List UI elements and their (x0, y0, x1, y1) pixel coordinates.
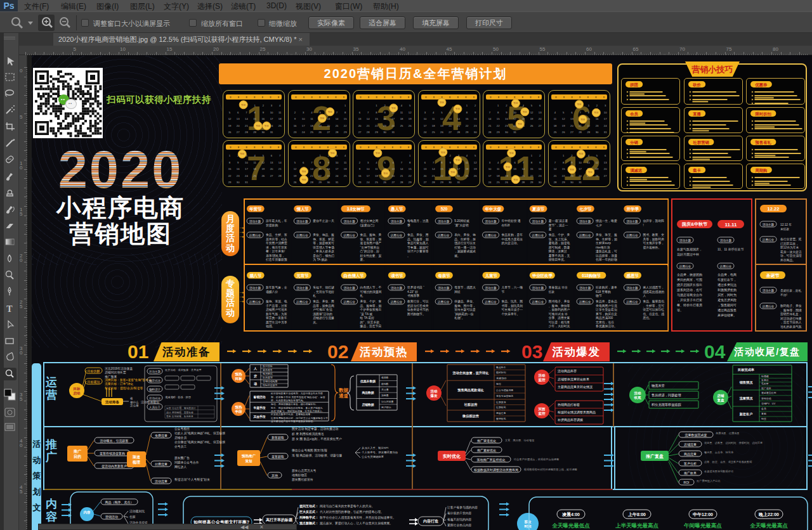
svg-text:19: 19 (409, 117, 412, 120)
svg-text:梳理: 梳理 (132, 460, 140, 465)
svg-text:19: 19 (530, 117, 534, 120)
svg-text:25: 25 (497, 181, 500, 184)
svg-text:餐、特价出行看房: 餐、特价出行看房 (677, 303, 702, 307)
svg-text:。: 。 (407, 254, 410, 257)
svg-text:场: 场 (253, 382, 257, 386)
svg-text:18: 18 (400, 117, 403, 120)
svg-text:11: 11 (310, 117, 313, 120)
svg-text:企号员工: 企号员工 (174, 444, 187, 448)
svg-text:微信公众号推图 图文/海报: 微信公众号推图 图文/海报 (292, 448, 327, 453)
svg-text:蓄销活动: 蓄销活动 (252, 395, 265, 399)
svg-text:表白、美妆、饰: 表白、美妆、饰 (454, 233, 476, 236)
svg-text:店铺用户可迎来: 店铺用户可迎来 (266, 307, 287, 312)
svg-text:节日: 节日 (320, 117, 324, 120)
svg-text:12: 12 (228, 117, 232, 120)
svg-text:饰、生鲜等，如: 饰、生鲜等，如 (596, 237, 617, 242)
svg-text:流量情况: 流量情况 (739, 396, 754, 401)
svg-text:29: 29 (375, 131, 378, 134)
svg-text:紧跟社会热点内容: 紧跟社会热点内容 (447, 523, 472, 527)
svg-text:儿童节: 儿童节 (485, 273, 498, 278)
svg-text:“妈妈最的一份: “妈妈最的一份 (454, 312, 474, 316)
svg-text:宣传主题可以是: 宣传主题可以是 (454, 307, 476, 312)
svg-text:老客号运营触达: 老客号运营触达 (496, 394, 513, 398)
svg-text:营销活动: 营销活动 (105, 515, 118, 519)
svg-text:22: 22 (497, 124, 500, 127)
svg-text:愿望生活中另享: 愿望生活中另享 (266, 320, 287, 325)
svg-text:27: 27 (603, 174, 606, 178)
svg-text:新年气氛，为家: 新年气氛，为家 (266, 312, 287, 316)
svg-text:31: 31 (270, 131, 273, 134)
svg-text:节日: 节日 (440, 152, 445, 154)
svg-text:前，礼品类适当预热专项气氛。: 前，礼品类适当预热专项气氛。 (271, 399, 305, 402)
svg-text:18: 18 (375, 174, 378, 178)
svg-text:物流发货: 物流发货 (652, 384, 665, 388)
svg-text:10: 10 (367, 167, 370, 171)
svg-text:26: 26 (228, 131, 232, 134)
svg-text:14: 14 (335, 117, 338, 120)
svg-text:24: 24 (579, 174, 582, 178)
svg-text:目标拆解: 目标拆解 (88, 369, 100, 373)
svg-text:26: 26 (505, 181, 508, 184)
svg-text:就。: 就。 (454, 254, 461, 257)
svg-text:书等，如玩具则: 书等，如玩具则 (502, 304, 523, 308)
svg-text:阅读与自己有关的文章是每个人的天分。: 阅读与自己有关的文章是每个人的天分。 (320, 504, 374, 508)
svg-text:rise推出浪: rise推出浪 (596, 245, 610, 249)
svg-text:12: 12 (293, 167, 296, 171)
svg-text:访客、粉丝、会员、成交客户名称及数据: 访客、粉丝、会员、成交客户名称及数据 (704, 460, 752, 464)
svg-text:24: 24 (335, 174, 338, 178)
svg-text:食品、服饰、美: 食品、服饰、美 (360, 233, 382, 237)
svg-text:季: 季 (407, 223, 410, 228)
svg-text:复盘: 复盘 (717, 398, 725, 403)
svg-text:11: 11 (465, 161, 468, 164)
svg-text:库存商品。: 库存商品。 (780, 258, 796, 262)
svg-text:美妆、饰品、服: 美妆、饰品、服 (313, 233, 334, 237)
svg-text:的大促活动。: 的大促活动。 (502, 241, 520, 245)
svg-text:1: 1 (409, 154, 411, 157)
svg-text:10: 10 (488, 167, 492, 171)
svg-text:24: 24 (367, 181, 370, 184)
svg-text:全天曝光最低点: 全天曝光最低点 (551, 522, 590, 529)
svg-text:个人裂变号、朋友圈流量身份: 个人裂变号、朋友圈流量身份 (362, 451, 398, 454)
svg-text:5: 5 (294, 161, 296, 164)
svg-text:24: 24 (488, 181, 492, 184)
svg-text:推广成本: 推广成本 (761, 387, 771, 390)
svg-text:10: 10 (270, 111, 273, 114)
svg-text:29: 29 (497, 131, 500, 134)
svg-text:列举数字式：: 列举数字式： (299, 515, 318, 520)
svg-text:20: 20 (237, 124, 240, 127)
svg-text:19: 19 (440, 124, 443, 127)
svg-text:复购: 复购 (761, 412, 766, 415)
svg-text:15: 15 (440, 167, 443, 171)
svg-text:客户分析: 客户分析 (684, 462, 697, 465)
svg-text:2: 2 (359, 161, 361, 164)
svg-text:19: 19 (473, 167, 476, 171)
svg-text:6: 6 (303, 161, 304, 164)
svg-text:河北2019年活动复盘: 河北2019年活动复盘 (105, 367, 133, 371)
svg-text:礼: 礼 (360, 294, 363, 298)
svg-text:12: 12 (409, 111, 412, 114)
svg-text:礼物”。: 礼物”。 (454, 316, 464, 320)
svg-text:最后一波大促活: 最后一波大促活 (780, 250, 802, 254)
svg-text:数字往往会让人感觉富有真实性，并且想追切知道事实。: 数字往往会让人感觉富有真实性，并且想追切知道事实。 (320, 515, 396, 520)
svg-text:怎么做: 怎么做 (129, 404, 139, 407)
svg-text:节日: 节日 (383, 172, 388, 175)
svg-text:户可推出“金箔: 户可推出“金箔 (313, 307, 332, 312)
svg-text:3.8女神节: 3.8女神节 (347, 207, 365, 212)
svg-text:可以是：相与青: 可以是：相与青 (548, 320, 570, 325)
svg-text:节日: 节日 (518, 123, 522, 126)
svg-text:对活动进行传播: 对活动进行传播 (780, 317, 802, 321)
svg-text:个快乐童年。: 个快乐童年。 (502, 312, 520, 316)
svg-text:活动规则玩: 活动规则玩 (129, 509, 145, 514)
svg-text:12: 12 (595, 161, 598, 164)
svg-text:加购量: 加购量 (381, 394, 389, 397)
svg-text:20: 20 (603, 167, 606, 171)
svg-text:22: 22 (465, 124, 468, 127)
svg-text:白色情人节，不: 白色情人节，不 (360, 285, 382, 290)
svg-text:适用行业: 适用行业 (762, 305, 775, 309)
svg-text:16: 16 (595, 117, 598, 120)
svg-text:12: 12 (473, 161, 476, 164)
svg-text:优惠券: 优惠券 (754, 82, 768, 87)
svg-text:店铺PV、UV: 店铺PV、UV (761, 402, 776, 405)
svg-text:商品（顺序、卖点）: 商品（顺序、卖点） (105, 500, 134, 505)
svg-text:27: 27 (391, 181, 395, 184)
